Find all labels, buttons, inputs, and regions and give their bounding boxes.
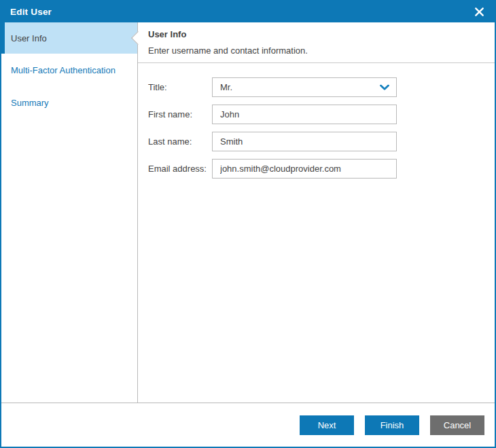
next-button[interactable]: Next bbox=[300, 415, 354, 435]
title-select-value: Mr. bbox=[220, 82, 232, 92]
sidebar-item-user-info[interactable]: User Info bbox=[1, 22, 137, 54]
page-subtitle: Enter username and contact information. bbox=[148, 45, 484, 56]
sidebar-item-label: Multi-Factor Authentication bbox=[11, 65, 116, 75]
sidebar-item-label: Summary bbox=[11, 98, 49, 108]
last-name-label: Last name: bbox=[148, 136, 212, 147]
page-title: User Info bbox=[148, 29, 484, 39]
user-info-form: Title: Mr. First name: Last name: bbox=[138, 63, 495, 179]
title-label: Title: bbox=[148, 82, 212, 92]
dialog-body: User Info Multi-Factor Authentication Su… bbox=[1, 22, 495, 403]
finish-button[interactable]: Finish bbox=[365, 415, 419, 435]
content-header: User Info Enter username and contact inf… bbox=[138, 22, 495, 63]
first-name-label: First name: bbox=[148, 109, 212, 119]
sidebar-item-label: User Info bbox=[11, 33, 47, 43]
dialog-titlebar: Edit User bbox=[1, 1, 495, 22]
dialog-title: Edit User bbox=[10, 7, 52, 17]
form-row-last-name: Last name: bbox=[148, 132, 484, 151]
dialog-footer: Next Finish Cancel bbox=[1, 403, 495, 447]
title-select[interactable]: Mr. bbox=[212, 77, 397, 97]
sidebar-item-summary[interactable]: Summary bbox=[1, 86, 137, 119]
chevron-down-icon bbox=[380, 84, 389, 90]
last-name-field[interactable] bbox=[212, 132, 397, 151]
main-content: User Info Enter username and contact inf… bbox=[138, 22, 495, 403]
close-icon bbox=[474, 7, 484, 17]
form-row-title: Title: Mr. bbox=[148, 77, 484, 97]
cancel-button[interactable]: Cancel bbox=[430, 415, 484, 435]
form-row-email: Email address: bbox=[148, 159, 484, 179]
first-name-field[interactable] bbox=[212, 105, 397, 124]
sidebar-item-multi-factor-authentication[interactable]: Multi-Factor Authentication bbox=[1, 54, 137, 86]
email-field[interactable] bbox=[212, 159, 397, 179]
wizard-steps-sidebar: User Info Multi-Factor Authentication Su… bbox=[1, 22, 138, 403]
email-label: Email address: bbox=[148, 164, 212, 174]
form-row-first-name: First name: bbox=[148, 105, 484, 124]
close-button[interactable] bbox=[473, 5, 486, 18]
edit-user-dialog: Edit User User Info Multi-Factor Authent… bbox=[0, 0, 496, 448]
